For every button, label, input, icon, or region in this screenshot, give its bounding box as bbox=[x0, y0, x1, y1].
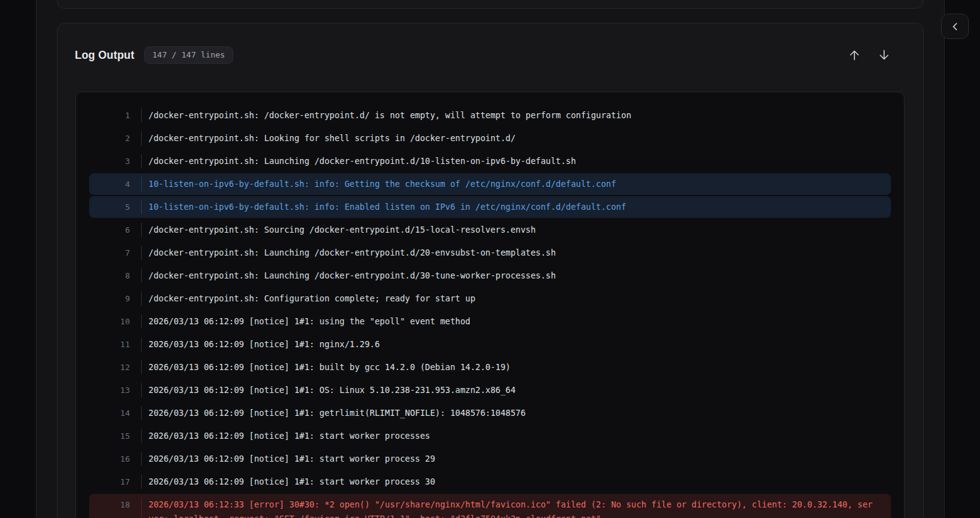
log-output-panel: Log Output 147 / 147 lines 1 /docker-ent… bbox=[57, 23, 924, 518]
line-text: /docker-entrypoint.sh: Configuration com… bbox=[148, 291, 475, 306]
log-line: 12 2026/03/13 06:12:09 [notice] 1#1: bui… bbox=[89, 356, 891, 378]
line-count-badge: 147 / 147 lines bbox=[144, 46, 233, 64]
log-line: 18 2026/03/13 06:12:33 [error] 30#30: *2… bbox=[89, 494, 891, 518]
log-box: 1 /docker-entrypoint.sh: /docker-entrypo… bbox=[75, 92, 905, 518]
gutter-divider bbox=[141, 154, 142, 168]
line-number: 5 bbox=[89, 200, 130, 214]
right-background-strip bbox=[944, 0, 980, 518]
log-line: 17 2026/03/13 06:12:09 [notice] 1#1: sta… bbox=[89, 471, 891, 493]
line-number: 18 bbox=[89, 498, 130, 512]
line-number: 16 bbox=[89, 452, 130, 466]
line-text: 2026/03/13 06:12:09 [notice] 1#1: start … bbox=[148, 475, 435, 489]
line-text: /docker-entrypoint.sh: Launching /docker… bbox=[148, 246, 556, 260]
scroll-to-top-button[interactable] bbox=[845, 46, 864, 64]
line-text: 2026/03/13 06:12:09 [notice] 1#1: start … bbox=[148, 429, 430, 443]
gutter-divider bbox=[141, 337, 142, 352]
line-text: 2026/03/13 06:12:09 [notice] 1#1: built … bbox=[148, 360, 510, 374]
line-number: 14 bbox=[89, 406, 130, 420]
line-number: 6 bbox=[89, 223, 130, 237]
line-number: 4 bbox=[89, 177, 130, 191]
gutter-divider bbox=[141, 246, 142, 260]
chevron-left-icon bbox=[949, 20, 961, 33]
line-number: 10 bbox=[89, 314, 130, 329]
log-line: 2 /docker-entrypoint.sh: Looking for she… bbox=[89, 127, 891, 149]
scroll-to-bottom-button[interactable] bbox=[875, 46, 893, 64]
log-line: 9 /docker-entrypoint.sh: Configuration c… bbox=[89, 288, 891, 309]
gutter-divider bbox=[141, 452, 142, 466]
line-text: /docker-entrypoint.sh: Looking for shell… bbox=[148, 131, 515, 145]
line-text: /docker-entrypoint.sh: /docker-entrypoin… bbox=[148, 108, 631, 123]
gutter-divider bbox=[141, 360, 142, 374]
log-line: 5 10-listen-on-ipv6-by-default.sh: info:… bbox=[89, 196, 891, 218]
line-text: 2026/03/13 06:12:09 [notice] 1#1: start … bbox=[148, 452, 435, 466]
previous-card-edge bbox=[57, 0, 924, 9]
gutter-divider bbox=[141, 406, 142, 420]
line-number: 17 bbox=[89, 475, 130, 489]
gutter-divider bbox=[141, 200, 142, 214]
line-text: /docker-entrypoint.sh: Launching /docker… bbox=[148, 154, 576, 168]
line-text: 10-listen-on-ipv6-by-default.sh: info: G… bbox=[148, 177, 616, 191]
log-line: 14 2026/03/13 06:12:09 [notice] 1#1: get… bbox=[89, 402, 891, 424]
line-text: 2026/03/13 06:12:09 [notice] 1#1: using … bbox=[148, 314, 470, 329]
line-text: 2026/03/13 06:12:09 [notice] 1#1: OS: Li… bbox=[148, 383, 515, 397]
line-text: 2026/03/13 06:12:09 [notice] 1#1: getrli… bbox=[148, 406, 526, 420]
log-line: 7 /docker-entrypoint.sh: Launching /dock… bbox=[89, 242, 891, 264]
left-background-strip bbox=[0, 0, 37, 518]
log-line: 8 /docker-entrypoint.sh: Launching /dock… bbox=[89, 265, 891, 287]
log-line: 1 /docker-entrypoint.sh: /docker-entrypo… bbox=[89, 105, 891, 126]
line-number: 9 bbox=[89, 291, 130, 306]
line-text: 2026/03/13 06:12:33 [error] 30#30: *2 op… bbox=[148, 498, 875, 518]
line-number: 1 bbox=[89, 108, 130, 123]
log-line: 16 2026/03/13 06:12:09 [notice] 1#1: sta… bbox=[89, 448, 891, 470]
log-line: 15 2026/03/13 06:12:09 [notice] 1#1: sta… bbox=[89, 425, 891, 447]
gutter-divider bbox=[141, 498, 142, 518]
log-line: 6 /docker-entrypoint.sh: Sourcing /docke… bbox=[89, 219, 891, 241]
arrow-up-icon bbox=[848, 48, 861, 62]
gutter-divider bbox=[141, 108, 142, 123]
line-number: 2 bbox=[89, 131, 130, 145]
page-title: Log Output bbox=[75, 47, 134, 63]
line-text: /docker-entrypoint.sh: Sourcing /docker-… bbox=[148, 223, 536, 237]
line-number: 7 bbox=[89, 246, 130, 260]
line-number: 3 bbox=[89, 154, 130, 168]
log-line: 13 2026/03/13 06:12:09 [notice] 1#1: OS:… bbox=[89, 379, 891, 401]
log-line: 4 10-listen-on-ipv6-by-default.sh: info:… bbox=[89, 173, 891, 195]
line-text: /docker-entrypoint.sh: Launching /docker… bbox=[148, 269, 556, 283]
line-text: 2026/03/13 06:12:09 [notice] 1#1: nginx/… bbox=[148, 337, 380, 352]
line-number: 15 bbox=[89, 429, 130, 443]
line-number: 11 bbox=[89, 337, 130, 352]
collapse-panel-button[interactable] bbox=[941, 14, 969, 39]
gutter-divider bbox=[141, 269, 142, 283]
line-number: 8 bbox=[89, 269, 130, 283]
line-number: 13 bbox=[89, 383, 130, 397]
gutter-divider bbox=[141, 314, 142, 329]
log-line: 10 2026/03/13 06:12:09 [notice] 1#1: usi… bbox=[89, 311, 891, 332]
arrow-down-icon bbox=[877, 48, 891, 62]
gutter-divider bbox=[141, 429, 142, 443]
log-line: 3 /docker-entrypoint.sh: Launching /dock… bbox=[89, 150, 891, 172]
line-text: 10-listen-on-ipv6-by-default.sh: info: E… bbox=[148, 200, 626, 214]
log-line: 11 2026/03/13 06:12:09 [notice] 1#1: ngi… bbox=[89, 334, 891, 355]
gutter-divider bbox=[141, 475, 142, 489]
line-number: 12 bbox=[89, 360, 130, 374]
gutter-divider bbox=[141, 131, 142, 145]
gutter-divider bbox=[141, 291, 142, 306]
log-output-header: Log Output 147 / 147 lines bbox=[58, 24, 923, 64]
gutter-divider bbox=[141, 383, 142, 397]
gutter-divider bbox=[141, 177, 142, 191]
gutter-divider bbox=[141, 223, 142, 237]
